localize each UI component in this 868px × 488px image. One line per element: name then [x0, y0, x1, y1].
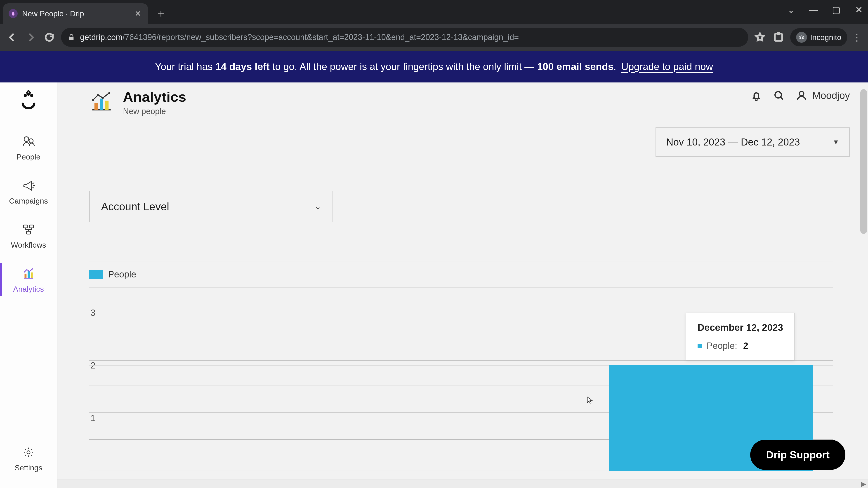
address-bar[interactable]: getdrip.com/7641396/reports/new_subscrib… — [61, 28, 748, 47]
chart-column[interactable] — [103, 313, 346, 471]
people-icon — [20, 133, 37, 149]
trial-days-left: 14 days left — [215, 61, 270, 72]
window-maximize-icon[interactable]: ▢ — [832, 4, 841, 15]
tooltip-title: December 12, 2023 — [698, 322, 783, 333]
browser-tab-active[interactable]: New People · Drip ✕ — [3, 3, 148, 24]
window-close-icon[interactable]: ✕ — [855, 4, 864, 15]
page-subtitle: New people — [123, 107, 186, 116]
window-minimize-icon[interactable]: — — [809, 5, 818, 15]
svg-rect-17 — [94, 103, 98, 110]
vertical-scrollbar[interactable] — [859, 83, 868, 479]
sidebar-item-label: People — [17, 153, 40, 161]
page-header: Analytics New people Moodjoy — [89, 89, 850, 116]
bookmark-star-icon[interactable] — [753, 31, 767, 44]
sidebar: People Campaigns Workflows — [0, 83, 57, 488]
extensions-icon[interactable] — [772, 31, 785, 44]
user-menu[interactable]: Moodjoy — [795, 89, 850, 102]
cursor-icon — [586, 396, 594, 404]
analytics-icon — [20, 266, 37, 282]
sidebar-item-workflows[interactable]: Workflows — [0, 214, 57, 258]
incognito-label: Incognito — [810, 33, 841, 42]
lock-icon — [68, 34, 75, 41]
notifications-icon[interactable] — [749, 89, 763, 102]
page-title: Analytics — [123, 89, 186, 105]
tab-close-icon[interactable]: ✕ — [135, 10, 141, 18]
sidebar-item-label: Workflows — [11, 240, 46, 250]
horizontal-scrollbar[interactable]: ◀ ▶ — [0, 479, 868, 488]
chart-legend: People — [89, 261, 833, 288]
browser-toolbar: getdrip.com/7641396/reports/new_subscrib… — [0, 24, 868, 51]
drip-favicon-icon — [8, 9, 18, 18]
search-icon[interactable] — [772, 89, 786, 102]
svg-point-4 — [802, 37, 804, 39]
drip-logo-icon[interactable] — [17, 89, 40, 112]
trial-banner-text: Your trial has 14 days left to go. All t… — [155, 61, 713, 72]
support-label: Drip Support — [766, 449, 830, 461]
browser-menu-icon[interactable]: ⋮ — [852, 32, 861, 43]
svg-point-21 — [97, 94, 99, 96]
sidebar-item-campaigns[interactable]: Campaigns — [0, 169, 57, 214]
scope-select[interactable]: Account Level ⌄ — [89, 191, 333, 222]
nav-reload-icon[interactable] — [42, 31, 56, 44]
date-range-value: Nov 10, 2023 — Dec 12, 2023 — [666, 136, 800, 148]
svg-point-22 — [102, 97, 104, 99]
nav-forward-icon[interactable] — [24, 31, 37, 44]
scroll-right-arrow-icon[interactable]: ▶ — [861, 480, 866, 488]
new-tab-button[interactable]: ＋ — [152, 4, 170, 22]
drip-support-button[interactable]: Drip Support — [750, 440, 845, 470]
incognito-indicator[interactable]: Incognito — [790, 28, 847, 46]
url-host: getdrip.com — [80, 33, 123, 42]
date-range-picker[interactable]: Nov 10, 2023 — Dec 12, 2023 ▼ — [655, 127, 850, 157]
browser-tab-title: New People · Drip — [22, 9, 84, 18]
user-icon — [795, 89, 808, 102]
svg-point-23 — [108, 92, 110, 94]
incognito-icon — [796, 32, 807, 43]
upgrade-link[interactable]: Upgrade to paid now — [621, 61, 713, 72]
svg-point-20 — [92, 99, 94, 101]
svg-point-7 — [30, 94, 33, 97]
caret-down-icon: ▼ — [833, 138, 839, 146]
sidebar-item-settings[interactable]: Settings — [0, 436, 57, 488]
svg-rect-14 — [28, 271, 30, 278]
svg-rect-13 — [25, 273, 27, 278]
svg-rect-0 — [69, 37, 74, 40]
url-text: getdrip.com/7641396/reports/new_subscrib… — [80, 33, 519, 42]
svg-point-8 — [24, 137, 29, 141]
nav-back-icon[interactable] — [5, 31, 19, 44]
svg-point-25 — [799, 92, 804, 96]
svg-rect-15 — [31, 272, 33, 278]
analytics-page-icon — [89, 91, 114, 114]
svg-point-16 — [27, 451, 30, 454]
app-viewport: People Campaigns Workflows — [0, 83, 868, 488]
browser-tabbar: New People · Drip ✕ ＋ ⌄ — ▢ ✕ — [0, 0, 868, 24]
scope-value: Account Level — [101, 200, 169, 213]
svg-rect-12 — [26, 231, 31, 234]
svg-rect-18 — [100, 98, 103, 110]
sidebar-item-label: Settings — [15, 463, 42, 472]
svg-point-24 — [775, 92, 781, 98]
tooltip-series-label: People: — [707, 341, 737, 351]
svg-rect-10 — [24, 225, 28, 228]
megaphone-icon — [20, 177, 37, 193]
gear-icon — [20, 445, 37, 460]
svg-point-3 — [800, 37, 802, 39]
svg-point-6 — [27, 93, 30, 96]
chevron-down-icon: ⌄ — [314, 202, 321, 211]
sidebar-item-analytics[interactable]: Analytics — [0, 258, 57, 302]
svg-point-9 — [29, 139, 33, 143]
chevron-down-icon[interactable]: ⌄ — [786, 4, 796, 15]
main-content: Analytics New people Moodjoy — [57, 83, 868, 488]
sidebar-item-people[interactable]: People — [0, 125, 57, 169]
sidebar-item-label: Analytics — [13, 285, 44, 293]
y-tick-3: 3 — [90, 308, 95, 318]
url-path: /7641396/reports/new_subscribers?scope=a… — [123, 33, 519, 42]
legend-swatch-people — [89, 270, 103, 279]
new-people-chart[interactable]: 3 2 1 December 12, 2023 People: 2 — [89, 313, 833, 471]
trial-banner: Your trial has 14 days left to go. All t… — [0, 51, 868, 83]
svg-rect-19 — [105, 101, 109, 110]
workflows-icon — [20, 222, 37, 237]
header-actions: Moodjoy — [749, 89, 850, 102]
svg-rect-11 — [30, 225, 34, 228]
tooltip-value: 2 — [743, 341, 748, 351]
chart-column[interactable] — [346, 313, 590, 471]
